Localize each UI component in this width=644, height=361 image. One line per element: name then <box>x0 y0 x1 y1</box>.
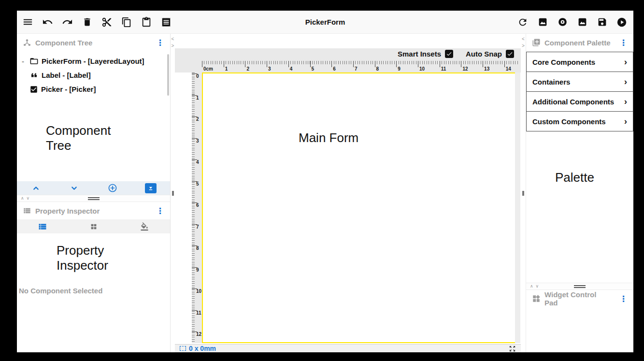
folder-open-icon <box>29 57 39 66</box>
move-up-button[interactable] <box>32 184 40 192</box>
smart-insets-checkbox[interactable] <box>445 50 453 58</box>
add-component-button[interactable] <box>108 183 117 193</box>
component-tree-panel: Component Tree ⋮ - PickerForm - [Layered… <box>17 34 170 195</box>
kebab-menu-icon[interactable]: ⋮ <box>156 207 164 215</box>
redo-button[interactable] <box>61 16 73 28</box>
palette-category-additional-components[interactable]: Additional Components › <box>526 91 633 112</box>
selection-size-icon <box>180 346 186 351</box>
image-button[interactable] <box>576 16 588 28</box>
copy-icon <box>121 17 132 28</box>
mini-up-icon: ∧ <box>21 196 27 201</box>
tab-properties[interactable] <box>17 222 68 231</box>
undo-button[interactable] <box>42 16 53 28</box>
refresh-button[interactable] <box>517 16 529 28</box>
left-vertical-splitter[interactable]: <> <box>170 34 175 352</box>
undo-icon <box>42 16 53 28</box>
left-panel: Component Tree ⋮ - PickerForm - [Layered… <box>17 34 170 352</box>
move-down-button[interactable] <box>70 184 78 192</box>
menu-button[interactable] <box>22 16 33 28</box>
category-label: Additional Components <box>532 98 614 106</box>
copy-button[interactable] <box>121 16 132 28</box>
collapse-left-icon[interactable]: < <box>522 36 525 43</box>
collapse-right-icon[interactable]: > <box>522 43 525 49</box>
save-button[interactable] <box>596 16 608 28</box>
tree-item-label: Picker - [Picker] <box>41 85 96 93</box>
hierarchy-icon <box>23 38 31 47</box>
collapse-left-icon[interactable]: < <box>172 36 174 43</box>
insert-down-icon <box>145 183 157 193</box>
receipt-icon <box>161 17 172 28</box>
chevron-down-icon <box>70 184 78 192</box>
main-toolbar: PickerForm <box>17 11 633 34</box>
no-selection-message: No Component Selected <box>19 287 102 295</box>
tab-grid[interactable] <box>68 223 119 231</box>
canvas-status-bar: 0 x 0mm <box>175 344 521 352</box>
panel-title: Property Inspector <box>35 207 100 215</box>
palette-category-containers[interactable]: Containers › <box>526 72 633 92</box>
tree-expander-icon[interactable]: - <box>22 57 29 65</box>
clipboard-icon <box>141 17 152 28</box>
chevron-right-icon: › <box>624 76 627 87</box>
canvas-body: 0123456789101112 Main Form <box>175 72 521 343</box>
tree-item-pickerform[interactable]: - PickerForm - [LayeredLayout] <box>22 54 170 68</box>
cut-button[interactable] <box>101 16 113 28</box>
category-label: Containers <box>532 78 570 86</box>
paste-button[interactable] <box>141 16 152 28</box>
checkbox-icon <box>29 85 38 94</box>
auto-snap-checkbox[interactable] <box>506 50 514 58</box>
tree-item-picker[interactable]: Picker - [Picker] <box>22 82 170 96</box>
horizontal-ruler: 0cm1234567891011121314 <box>202 61 519 72</box>
add-circle-icon <box>108 183 117 193</box>
tree-item-label[interactable]: Label - [Label] <box>22 68 170 82</box>
tab-style[interactable] <box>119 222 170 231</box>
property-inspector-annotation: Property Inspector <box>57 243 129 273</box>
app-window: PickerForm Component Tree ⋮ - <box>17 11 633 352</box>
fullscreen-button[interactable] <box>509 345 516 352</box>
palette-annotation: Palette <box>555 170 594 185</box>
component-tree-annotation: Component Tree <box>46 123 128 153</box>
trash-icon <box>82 17 92 27</box>
splitter-grip[interactable] <box>88 197 100 200</box>
tree-property-splitter[interactable]: ∧∨ <box>17 195 170 202</box>
collapse-right-icon[interactable]: > <box>172 43 174 49</box>
delete-button[interactable] <box>81 16 93 28</box>
list-view-icon <box>38 222 47 231</box>
widget-control-pad-header: Widget Control Pad ⋮ <box>526 290 633 307</box>
list-icon <box>23 206 31 215</box>
move-into-button[interactable] <box>145 183 157 193</box>
form-list-button[interactable] <box>160 16 172 28</box>
palette-add-icon <box>532 38 541 47</box>
screenshot-frame: PickerForm Component Tree ⋮ - <box>0 0 644 361</box>
palette-category-custom-components[interactable]: Custom Components › <box>526 111 633 131</box>
toolbar-right-group <box>517 16 633 28</box>
smart-insets-label: Smart Insets <box>398 50 441 58</box>
chevron-right-icon: › <box>624 57 627 67</box>
splitter-grip[interactable] <box>172 191 174 196</box>
quote-icon <box>29 71 39 80</box>
kebab-menu-icon[interactable]: ⋮ <box>619 295 628 303</box>
selection-size-value: 0 x 0mm <box>189 345 216 352</box>
canvas-vertical-scrollbar[interactable] <box>515 72 520 343</box>
scissors-icon <box>101 17 112 28</box>
form-design-surface[interactable]: Main Form <box>202 72 518 343</box>
screenshot-button[interactable] <box>537 16 548 28</box>
right-vertical-splitter[interactable]: <> <box>521 34 526 352</box>
run-button[interactable] <box>616 16 628 28</box>
splitter-grip[interactable] <box>574 285 586 288</box>
save-icon <box>597 17 607 27</box>
vertical-ruler: 0123456789101112 <box>192 72 202 343</box>
palette-category-core-components[interactable]: Core Components › <box>526 52 633 72</box>
component-tree-list: - PickerForm - [LayeredLayout] Label - [… <box>17 51 170 96</box>
snap-options: Smart Insets Auto Snap <box>398 50 514 58</box>
tree-scrollbar[interactable] <box>167 54 169 96</box>
palette-widget-splitter[interactable]: ∧∨ <box>526 283 633 290</box>
kebab-menu-icon[interactable]: ⋮ <box>619 39 628 47</box>
main-form-annotation: Main Form <box>299 130 361 145</box>
grid-dots-icon <box>90 223 98 231</box>
category-label: Custom Components <box>532 117 606 126</box>
kebab-menu-icon[interactable]: ⋮ <box>156 39 164 47</box>
menu-icon <box>22 16 33 28</box>
record-icon <box>558 17 568 27</box>
record-button[interactable] <box>557 16 568 28</box>
splitter-grip[interactable] <box>522 191 524 196</box>
